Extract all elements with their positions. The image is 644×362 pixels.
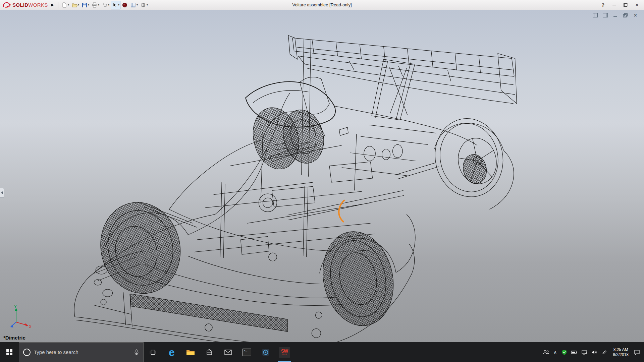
front-splitter-mesh[interactable] bbox=[130, 294, 287, 332]
close-button[interactable]: × bbox=[632, 1, 642, 9]
taskbar-app-file-explorer[interactable] bbox=[181, 342, 200, 362]
print-button[interactable]: ▾ bbox=[91, 1, 100, 9]
wheel-rear-left[interactable] bbox=[315, 225, 402, 332]
edge-icon: e bbox=[169, 347, 175, 358]
wheel-front-right[interactable] bbox=[247, 97, 329, 175]
console-icon: >_ bbox=[243, 349, 251, 356]
save-button[interactable]: ▾ bbox=[80, 1, 90, 9]
triad-x-arrow bbox=[25, 323, 28, 326]
pen-icon bbox=[602, 350, 607, 355]
people-icon bbox=[543, 350, 549, 355]
document-close-button[interactable]: × bbox=[633, 13, 638, 17]
file-explorer-icon bbox=[186, 349, 195, 356]
taskbar-app-solidworks[interactable]: SW 2017 bbox=[275, 342, 294, 362]
battery-tray-button[interactable] bbox=[569, 342, 579, 362]
select-tool-dropdown[interactable]: ▾ bbox=[118, 3, 119, 6]
help-button[interactable]: ? bbox=[598, 2, 608, 8]
show-hidden-icons-button[interactable]: ∧ bbox=[551, 350, 559, 355]
open-dropdown[interactable]: ▾ bbox=[78, 3, 79, 6]
taskbar-app-edge[interactable]: e bbox=[162, 342, 181, 362]
defender-tray-button[interactable] bbox=[559, 342, 569, 362]
featuremanager-collapsed-tab[interactable] bbox=[0, 188, 4, 198]
new-document-button[interactable]: ▾ bbox=[60, 1, 70, 9]
task-view-icon bbox=[150, 350, 156, 355]
cortana-icon[interactable] bbox=[23, 349, 31, 356]
view-orientation-label: *Dimetric bbox=[3, 335, 25, 341]
new-document-icon bbox=[61, 2, 67, 8]
select-cursor-icon bbox=[112, 2, 118, 8]
rebuild-sphere-icon bbox=[122, 2, 128, 8]
undo-icon bbox=[102, 2, 108, 8]
document-minimize-button[interactable] bbox=[613, 13, 618, 17]
orientation-triad: Y X bbox=[5, 304, 34, 332]
options-dropdown[interactable]: ▾ bbox=[147, 3, 148, 6]
store-bag-icon bbox=[206, 349, 213, 356]
triad-y-label: Y bbox=[14, 304, 17, 309]
system-tray: ∧ bbox=[541, 342, 644, 362]
search-input[interactable] bbox=[34, 349, 130, 355]
clock-time: 8:25 AM bbox=[613, 347, 629, 352]
wireframe-car-model[interactable] bbox=[0, 10, 644, 342]
standard-toolbar: ▾ ▾ ▾ ▾ bbox=[60, 1, 149, 9]
save-dropdown[interactable]: ▾ bbox=[88, 3, 89, 6]
taskbar-app-console[interactable]: >_ bbox=[237, 342, 256, 362]
action-center-button[interactable] bbox=[632, 342, 642, 362]
microphone-icon[interactable] bbox=[134, 349, 139, 355]
task-view-button[interactable] bbox=[144, 342, 162, 362]
network-tray-button[interactable] bbox=[579, 342, 589, 362]
undo-button[interactable]: ▾ bbox=[101, 1, 110, 9]
speaker-icon bbox=[592, 350, 597, 355]
rear-wing[interactable] bbox=[288, 36, 517, 177]
toolbar-separator bbox=[58, 2, 58, 8]
restore-button[interactable] bbox=[621, 1, 631, 9]
mail-envelope-icon bbox=[224, 350, 232, 355]
solidworks-logo: SOLIDWORKS bbox=[0, 2, 49, 8]
wheel-rear-right[interactable] bbox=[428, 112, 510, 203]
selected-edge-highlight[interactable] bbox=[339, 200, 344, 222]
menu-flyout-arrow[interactable]: ▶ bbox=[49, 2, 56, 8]
window-title: Voiture assemblee [Read-only] bbox=[292, 2, 352, 7]
print-icon bbox=[92, 2, 98, 8]
cad-app-icon bbox=[262, 348, 270, 356]
open-button[interactable]: ▾ bbox=[70, 1, 80, 9]
ds-logo-icon bbox=[3, 2, 11, 8]
windows-taskbar: e >_ SW 2017 bbox=[0, 342, 644, 362]
action-center-icon bbox=[634, 350, 640, 355]
window-controls: ? × bbox=[598, 1, 644, 9]
print-dropdown[interactable]: ▾ bbox=[98, 3, 99, 6]
rebuild-button[interactable] bbox=[121, 1, 129, 9]
file-properties-button[interactable]: ▾ bbox=[129, 1, 139, 9]
taskbar-clock[interactable]: 8:25 AM 8/2/2018 bbox=[609, 347, 632, 357]
wheel-front-left[interactable] bbox=[91, 194, 190, 302]
logo-text-works: WORKS bbox=[28, 2, 48, 8]
pen-tray-button[interactable] bbox=[599, 342, 609, 362]
graphics-viewport[interactable]: × Y X *Dimetric bbox=[0, 10, 644, 342]
triad-x-label: X bbox=[29, 324, 32, 329]
file-properties-dropdown[interactable]: ▾ bbox=[137, 3, 138, 6]
select-tool-button[interactable]: ▾ bbox=[111, 1, 120, 9]
volume-tray-button[interactable] bbox=[589, 342, 599, 362]
options-gear-icon bbox=[140, 2, 146, 8]
taskbar-app-store[interactable] bbox=[200, 342, 219, 362]
document-restore-button[interactable] bbox=[623, 13, 628, 17]
taskbar-app-mail[interactable] bbox=[219, 342, 237, 362]
taskbar-search[interactable] bbox=[19, 342, 144, 362]
taskbar-app-cad-tool[interactable] bbox=[256, 342, 275, 362]
file-properties-icon bbox=[130, 2, 136, 8]
people-button[interactable] bbox=[541, 342, 551, 362]
new-document-dropdown[interactable]: ▾ bbox=[68, 3, 69, 6]
pane-left-icon[interactable] bbox=[593, 13, 598, 17]
logo-text-solid: SOLID bbox=[12, 2, 28, 8]
pane-right-icon[interactable] bbox=[603, 13, 608, 17]
titlebar: SOLIDWORKS ▶ ▾ ▾ ▾ bbox=[0, 0, 644, 10]
undo-dropdown[interactable]: ▾ bbox=[108, 3, 109, 6]
clock-date: 8/2/2018 bbox=[613, 352, 629, 357]
windows-logo-icon bbox=[6, 349, 12, 355]
battery-icon bbox=[571, 350, 577, 354]
network-monitor-icon bbox=[582, 350, 587, 355]
options-button[interactable]: ▾ bbox=[139, 1, 149, 9]
minimize-button[interactable] bbox=[609, 1, 619, 9]
document-window-controls: × bbox=[593, 13, 638, 17]
start-button[interactable] bbox=[0, 342, 19, 362]
defender-shield-icon bbox=[562, 350, 567, 355]
